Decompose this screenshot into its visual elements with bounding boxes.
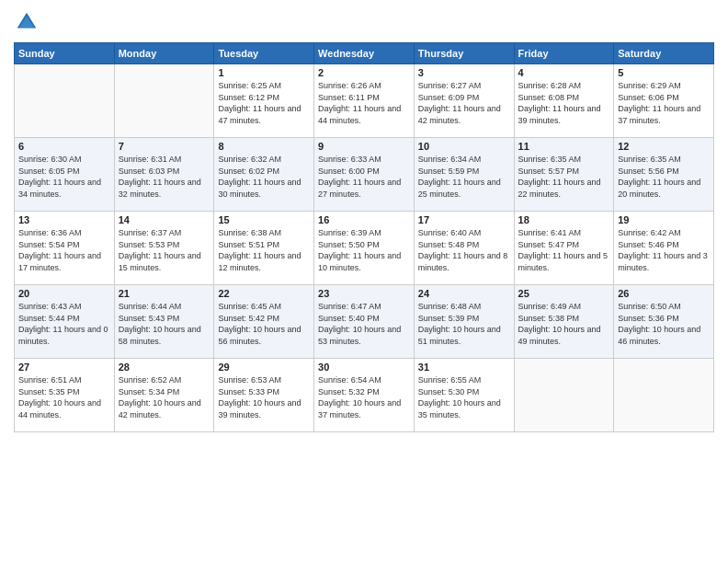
day-number: 25: [518, 288, 610, 299]
day-info: Sunrise: 6:35 AMSunset: 5:56 PMDaylight:…: [618, 154, 710, 200]
day-info: Sunrise: 6:36 AMSunset: 5:54 PMDaylight:…: [18, 227, 110, 273]
day-info: Sunrise: 6:40 AMSunset: 5:48 PMDaylight:…: [418, 227, 510, 273]
day-number: 12: [618, 141, 710, 152]
calendar-cell: [614, 359, 714, 432]
day-info: Sunrise: 6:31 AMSunset: 6:03 PMDaylight:…: [119, 154, 210, 200]
calendar-table: SundayMondayTuesdayWednesdayThursdayFrid…: [14, 42, 714, 432]
calendar-cell: 24Sunrise: 6:48 AMSunset: 5:39 PMDayligh…: [414, 285, 514, 359]
day-number: 1: [218, 67, 310, 78]
day-info: Sunrise: 6:53 AMSunset: 5:33 PMDaylight:…: [218, 374, 310, 420]
logo: [14, 9, 43, 35]
day-info: Sunrise: 6:48 AMSunset: 5:39 PMDaylight:…: [418, 301, 510, 347]
day-info: Sunrise: 6:41 AMSunset: 5:47 PMDaylight:…: [518, 227, 610, 273]
page-container: SundayMondayTuesdayWednesdayThursdayFrid…: [0, 0, 728, 563]
day-number: 5: [618, 67, 710, 78]
day-number: 20: [18, 288, 110, 299]
calendar-cell: 7Sunrise: 6:31 AMSunset: 6:03 PMDaylight…: [114, 138, 214, 212]
col-header-friday: Friday: [514, 43, 614, 64]
day-info: Sunrise: 6:51 AMSunset: 5:35 PMDaylight:…: [18, 374, 110, 420]
day-info: Sunrise: 6:42 AMSunset: 5:46 PMDaylight:…: [618, 227, 710, 273]
calendar-cell: 13Sunrise: 6:36 AMSunset: 5:54 PMDayligh…: [15, 212, 115, 285]
week-row-4: 20Sunrise: 6:43 AMSunset: 5:44 PMDayligh…: [15, 285, 714, 359]
day-number: 18: [518, 214, 610, 225]
week-row-1: 1Sunrise: 6:25 AMSunset: 6:12 PMDaylight…: [15, 64, 714, 138]
calendar-cell: 14Sunrise: 6:37 AMSunset: 5:53 PMDayligh…: [114, 212, 214, 285]
day-number: 29: [218, 362, 310, 373]
calendar-cell: 5Sunrise: 6:29 AMSunset: 6:06 PMDaylight…: [614, 64, 714, 138]
day-number: 10: [418, 141, 510, 152]
calendar-cell: 30Sunrise: 6:54 AMSunset: 5:32 PMDayligh…: [314, 359, 415, 432]
day-info: Sunrise: 6:28 AMSunset: 6:08 PMDaylight:…: [518, 80, 610, 126]
day-number: 11: [518, 141, 610, 152]
col-header-thursday: Thursday: [414, 43, 514, 64]
calendar-cell: 3Sunrise: 6:27 AMSunset: 6:09 PMDaylight…: [414, 64, 514, 138]
day-number: 2: [318, 67, 410, 78]
day-number: 24: [418, 288, 510, 299]
day-number: 19: [618, 214, 710, 225]
day-info: Sunrise: 6:39 AMSunset: 5:50 PMDaylight:…: [318, 227, 410, 273]
day-info: Sunrise: 6:26 AMSunset: 6:11 PMDaylight:…: [318, 80, 410, 126]
calendar-cell: 29Sunrise: 6:53 AMSunset: 5:33 PMDayligh…: [214, 359, 314, 432]
day-number: 26: [618, 288, 710, 299]
calendar-cell: 6Sunrise: 6:30 AMSunset: 6:05 PMDaylight…: [15, 138, 115, 212]
calendar-cell: 23Sunrise: 6:47 AMSunset: 5:40 PMDayligh…: [314, 285, 415, 359]
logo-icon: [14, 9, 40, 35]
day-info: Sunrise: 6:29 AMSunset: 6:06 PMDaylight:…: [618, 80, 710, 126]
col-header-monday: Monday: [114, 43, 214, 64]
calendar-cell: 9Sunrise: 6:33 AMSunset: 6:00 PMDaylight…: [314, 138, 415, 212]
calendar-cell: 18Sunrise: 6:41 AMSunset: 5:47 PMDayligh…: [514, 212, 614, 285]
calendar-cell: 19Sunrise: 6:42 AMSunset: 5:46 PMDayligh…: [614, 212, 714, 285]
day-info: Sunrise: 6:52 AMSunset: 5:34 PMDaylight:…: [119, 374, 210, 420]
day-number: 8: [218, 141, 310, 152]
calendar-cell: [114, 64, 214, 138]
day-number: 9: [318, 141, 410, 152]
col-header-saturday: Saturday: [614, 43, 714, 64]
calendar-cell: 25Sunrise: 6:49 AMSunset: 5:38 PMDayligh…: [514, 285, 614, 359]
day-number: 17: [418, 214, 510, 225]
day-info: Sunrise: 6:38 AMSunset: 5:51 PMDaylight:…: [218, 227, 310, 273]
header: [14, 9, 714, 35]
calendar-cell: 1Sunrise: 6:25 AMSunset: 6:12 PMDaylight…: [214, 64, 314, 138]
week-row-2: 6Sunrise: 6:30 AMSunset: 6:05 PMDaylight…: [15, 138, 714, 212]
day-number: 13: [18, 214, 110, 225]
calendar-cell: 31Sunrise: 6:55 AMSunset: 5:30 PMDayligh…: [414, 359, 514, 432]
calendar-cell: 20Sunrise: 6:43 AMSunset: 5:44 PMDayligh…: [15, 285, 115, 359]
calendar-cell: 26Sunrise: 6:50 AMSunset: 5:36 PMDayligh…: [614, 285, 714, 359]
day-info: Sunrise: 6:47 AMSunset: 5:40 PMDaylight:…: [318, 301, 410, 347]
day-number: 14: [119, 214, 210, 225]
day-number: 27: [18, 362, 110, 373]
calendar-cell: 8Sunrise: 6:32 AMSunset: 6:02 PMDaylight…: [214, 138, 314, 212]
col-header-sunday: Sunday: [15, 43, 115, 64]
header-row: SundayMondayTuesdayWednesdayThursdayFrid…: [15, 43, 714, 64]
day-number: 23: [318, 288, 410, 299]
day-number: 15: [218, 214, 310, 225]
day-number: 28: [119, 362, 210, 373]
day-number: 16: [318, 214, 410, 225]
day-info: Sunrise: 6:50 AMSunset: 5:36 PMDaylight:…: [618, 301, 710, 347]
day-info: Sunrise: 6:27 AMSunset: 6:09 PMDaylight:…: [418, 80, 510, 126]
day-number: 21: [119, 288, 210, 299]
day-number: 30: [318, 362, 410, 373]
day-info: Sunrise: 6:44 AMSunset: 5:43 PMDaylight:…: [119, 301, 210, 347]
calendar-cell: 4Sunrise: 6:28 AMSunset: 6:08 PMDaylight…: [514, 64, 614, 138]
calendar-cell: [514, 359, 614, 432]
calendar-cell: 22Sunrise: 6:45 AMSunset: 5:42 PMDayligh…: [214, 285, 314, 359]
week-row-5: 27Sunrise: 6:51 AMSunset: 5:35 PMDayligh…: [15, 359, 714, 432]
day-info: Sunrise: 6:34 AMSunset: 5:59 PMDaylight:…: [418, 154, 510, 200]
day-info: Sunrise: 6:32 AMSunset: 6:02 PMDaylight:…: [218, 154, 310, 200]
calendar-cell: 15Sunrise: 6:38 AMSunset: 5:51 PMDayligh…: [214, 212, 314, 285]
day-info: Sunrise: 6:25 AMSunset: 6:12 PMDaylight:…: [218, 80, 310, 126]
calendar-cell: 16Sunrise: 6:39 AMSunset: 5:50 PMDayligh…: [314, 212, 415, 285]
calendar-cell: 17Sunrise: 6:40 AMSunset: 5:48 PMDayligh…: [414, 212, 514, 285]
calendar-cell: 21Sunrise: 6:44 AMSunset: 5:43 PMDayligh…: [114, 285, 214, 359]
day-number: 6: [18, 141, 110, 152]
day-number: 7: [119, 141, 210, 152]
day-info: Sunrise: 6:30 AMSunset: 6:05 PMDaylight:…: [18, 154, 110, 200]
day-info: Sunrise: 6:43 AMSunset: 5:44 PMDaylight:…: [18, 301, 110, 347]
col-header-tuesday: Tuesday: [214, 43, 314, 64]
day-info: Sunrise: 6:37 AMSunset: 5:53 PMDaylight:…: [119, 227, 210, 273]
calendar-cell: 10Sunrise: 6:34 AMSunset: 5:59 PMDayligh…: [414, 138, 514, 212]
calendar-cell: [15, 64, 115, 138]
col-header-wednesday: Wednesday: [314, 43, 415, 64]
week-row-3: 13Sunrise: 6:36 AMSunset: 5:54 PMDayligh…: [15, 212, 714, 285]
